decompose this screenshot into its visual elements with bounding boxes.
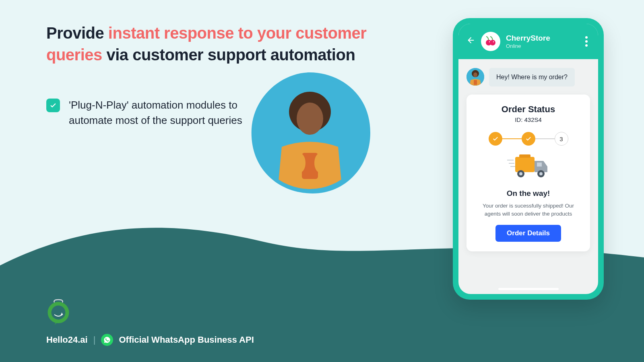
step-2-done-icon <box>522 132 535 146</box>
progress-steps: 3 <box>475 132 582 146</box>
footer-line: Hello24.ai | Official WhatsApp Business … <box>46 334 254 346</box>
heading-part1: Provide <box>46 24 108 42</box>
brand-name: Hello24.ai <box>46 335 88 345</box>
truck-icon <box>475 153 582 183</box>
step-connector <box>535 138 555 140</box>
order-details-button[interactable]: Order Details <box>495 225 561 242</box>
step-3-pending: 3 <box>555 132 568 146</box>
more-options-icon[interactable] <box>583 34 590 49</box>
back-arrow-icon[interactable] <box>466 36 475 47</box>
svg-point-5 <box>314 153 326 173</box>
footer-divider: | <box>93 335 96 345</box>
svg-point-9 <box>493 41 494 42</box>
shipment-description: Your order is sucessfully shipped! Our a… <box>475 202 582 218</box>
store-name: CherryStore <box>506 34 577 43</box>
svg-point-23 <box>539 172 543 175</box>
whatsapp-icon <box>101 334 113 346</box>
home-indicator <box>498 288 559 290</box>
page-heading: Provide instant response to your custome… <box>46 22 372 66</box>
order-id: ID: 432S4 <box>475 116 582 123</box>
hello24-logo-icon <box>46 298 74 327</box>
step-connector <box>502 138 522 140</box>
shipment-status: On the way! <box>475 189 582 198</box>
svg-point-8 <box>489 41 490 42</box>
svg-point-12 <box>473 72 477 77</box>
check-icon <box>46 99 60 112</box>
store-status: Online <box>506 43 577 49</box>
svg-point-2 <box>297 103 323 135</box>
svg-rect-13 <box>474 80 477 85</box>
heading-part2: via customer support automation <box>102 46 355 64</box>
chat-header: CherryStore Online <box>458 24 598 59</box>
footer: Hello24.ai | Official WhatsApp Business … <box>46 298 254 346</box>
user-avatar <box>466 68 484 86</box>
user-message-bubble: Hey! Where is my order? <box>489 68 575 86</box>
store-avatar[interactable] <box>481 32 500 51</box>
phone-screen: CherryStore Online Hey! Where is my orde… <box>458 24 598 294</box>
svg-rect-18 <box>519 154 530 158</box>
chat-title-block: CherryStore Online <box>506 34 577 49</box>
svg-point-7 <box>490 40 495 45</box>
svg-point-4 <box>294 153 305 173</box>
person-photo <box>254 76 366 189</box>
footer-tagline: Official WhatsApp Business API <box>119 335 254 345</box>
svg-point-21 <box>519 172 522 175</box>
chat-body: Hey! Where is my order? Order Status ID:… <box>458 59 598 294</box>
phone-mockup: CherryStore Online Hey! Where is my orde… <box>453 18 604 300</box>
hero-image <box>242 64 378 201</box>
svg-rect-17 <box>515 157 535 172</box>
card-title: Order Status <box>475 104 582 115</box>
order-status-card: Order Status ID: 432S4 3 <box>466 95 590 251</box>
svg-point-24 <box>50 304 67 321</box>
svg-rect-19 <box>537 162 542 167</box>
user-message-row: Hey! Where is my order? <box>466 68 590 86</box>
bullet-text: 'Plug-N-Play' automation modules to auto… <box>69 98 262 128</box>
step-1-done-icon <box>489 132 502 146</box>
